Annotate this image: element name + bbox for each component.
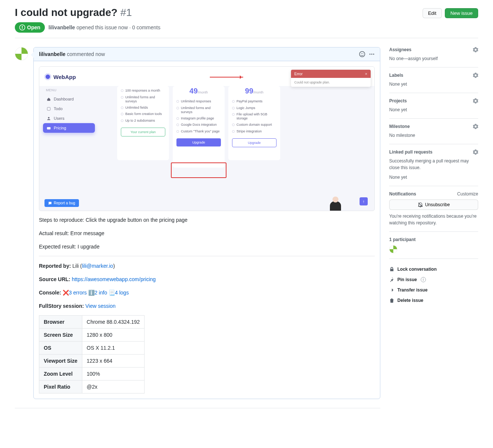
actual-text: Actual result: Error message (39, 230, 375, 238)
unsubscribe-button[interactable]: Unsubscribe (389, 200, 478, 210)
console-line: Console: ❌3 errors ℹ️2 info 📃4 logs (39, 289, 375, 297)
steps-text: Steps to reproduce: Click the upgrade bu… (39, 216, 375, 224)
issue-number: #1 (120, 7, 132, 18)
transfer-issue-action[interactable]: Transfer issue (389, 285, 478, 295)
env-table: BrowserChrome 88.0.4324.192 Screen Size1… (39, 315, 145, 393)
assignees-value: No one—assign yourself (389, 55, 478, 62)
arrow-right-icon (389, 287, 394, 293)
issue-open-icon (19, 24, 25, 30)
console-errors-link[interactable]: 3 errors (69, 290, 87, 296)
pin-issue-action[interactable]: Pin issue i (389, 274, 478, 285)
svg-point-4 (48, 117, 49, 118)
notifications-note: You're receiving notifications because y… (389, 213, 478, 226)
notifications-header: Notifications Customize (389, 191, 478, 197)
close-icon: × (365, 72, 367, 76)
error-toast: Error× Could not upgrade plan. (291, 70, 371, 87)
plan-card: 100 responses a month Unlimited forms an… (117, 86, 169, 160)
console-logs-link[interactable]: 4 logs (115, 290, 129, 296)
fab-icon: ↑ (360, 197, 368, 205)
author-link[interactable]: lilivanbelle (49, 24, 75, 30)
svg-point-2 (373, 54, 374, 55)
milestone-header[interactable]: Milestone (389, 124, 478, 129)
reported-email-link[interactable]: lili@marker.io (82, 263, 113, 269)
linked-pr-header[interactable]: Linked pull requests (389, 149, 478, 155)
participant-avatar[interactable] (389, 245, 397, 253)
notifications-customize-link[interactable]: Customize (457, 191, 478, 197)
projects-header[interactable]: Projects (389, 98, 478, 103)
gear-icon[interactable] (473, 47, 478, 52)
state-badge: Open (15, 22, 45, 33)
svg-rect-3 (47, 107, 50, 110)
info-icon: i (421, 277, 426, 282)
plan-card: 99/month PayPal payments Logic Jumps Fil… (228, 86, 280, 160)
delete-issue-action[interactable]: Delete issue (389, 295, 478, 306)
gear-icon[interactable] (473, 124, 478, 129)
gear-icon[interactable] (473, 98, 478, 103)
trash-icon (389, 298, 394, 303)
fullstory-line: FullStory session: View session (39, 302, 375, 310)
kebab-icon[interactable] (369, 51, 375, 57)
milestone-value: No milestone (389, 132, 478, 139)
report-bug-button: Report a bug (44, 199, 79, 207)
plan-card: 49/month Unlimited responses Unlimited f… (173, 86, 225, 168)
expected-text: Expected result: I upgrade (39, 243, 375, 251)
lock-conversation-action[interactable]: Lock conversation (389, 264, 478, 274)
comment-header: lilivanbelle commented now (39, 51, 359, 57)
issue-meta: lilivanbelle opened this issue now · 0 c… (49, 24, 161, 30)
assignees-header[interactable]: Assignees (389, 47, 478, 52)
svg-point-0 (370, 54, 371, 55)
attached-screenshot[interactable]: WebApp Error× Could not upgrade plan. ME… (39, 66, 375, 211)
lock-icon (389, 267, 394, 272)
edit-button[interactable]: Edit (423, 8, 442, 18)
gear-icon[interactable] (473, 73, 478, 78)
svg-point-1 (371, 54, 373, 55)
fullstory-link[interactable]: View session (85, 303, 115, 309)
app-logo: WebApp (44, 73, 76, 80)
shot-sidebar: Dashboard Todo Users Pricing (43, 94, 95, 133)
gear-icon[interactable] (473, 149, 478, 155)
labels-header[interactable]: Labels (389, 73, 478, 78)
pin-icon (389, 277, 394, 282)
avatar[interactable] (15, 47, 28, 60)
smiley-icon[interactable] (359, 51, 365, 57)
reported-by: Reported by: Lili (lili@marker.io) (39, 262, 375, 270)
source-url: Source URL: https://awesomewebapp.com/pr… (39, 276, 375, 284)
labels-value: None yet (389, 81, 478, 88)
comment-author[interactable]: lilivanbelle (39, 51, 66, 57)
bell-slash-icon (418, 202, 423, 207)
console-info-link[interactable]: 2 info (95, 290, 107, 296)
issue-title: I could not upgrade? #1 (15, 6, 418, 19)
participants-header: 1 participant (389, 237, 478, 242)
linked-pr-value: None yet (389, 174, 478, 181)
linked-pr-desc: Successfully merging a pull request may … (389, 158, 478, 171)
new-issue-button[interactable]: New issue (445, 8, 478, 18)
comment-box: lilivanbelle commented now WebApp (33, 47, 380, 399)
svg-rect-5 (47, 127, 51, 129)
assign-yourself-link[interactable]: assign yourself (408, 56, 438, 61)
source-url-link[interactable]: https://awesomewebapp.com/pricing (72, 276, 156, 282)
projects-value: None yet (389, 106, 478, 113)
annotation-arrow (210, 77, 243, 78)
